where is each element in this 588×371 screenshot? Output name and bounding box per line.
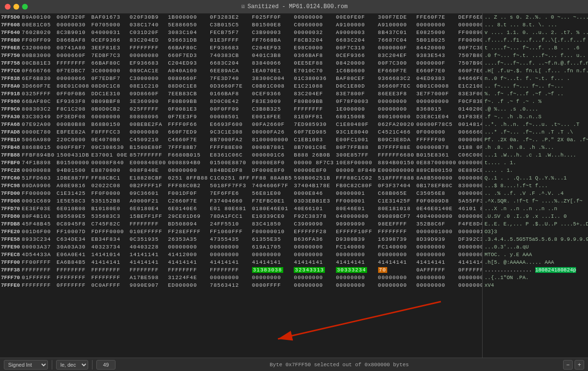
hex-cell[interactable]: 00000000 [167, 167, 209, 174]
hex-cell[interactable]: 51FFD603 [21, 174, 56, 182]
hex-cell[interactable]: 0CEF9366 [251, 90, 293, 98]
hex-cell[interactable]: 00000000 [335, 281, 377, 289]
hex-cell[interactable]: 08D0C1C8 [90, 82, 128, 90]
hex-cell[interactable]: 84420000 [415, 44, 458, 52]
hex-cell[interactable]: 07E92A00 [21, 121, 56, 128]
hex-cell[interactable]: 00008501 [209, 113, 251, 121]
hex-cell[interactable]: 00000001 [335, 190, 377, 197]
hex-cell[interactable]: EF660F7E [377, 67, 415, 75]
hex-cell[interactable]: 040000000 [335, 213, 377, 220]
hex-cell[interactable]: C0060000 [293, 21, 335, 29]
hex-cell[interactable]: 00000000 [251, 251, 293, 259]
hex-cell[interactable]: FFFFFFFF [56, 274, 90, 281]
hex-cell[interactable]: B015E8361 [415, 151, 458, 159]
hex-cell[interactable]: 40403228 [128, 243, 167, 251]
hex-cell[interactable]: DDC1E310 [90, 90, 128, 98]
hex-cell[interactable]: ED000000 [167, 281, 209, 289]
table-row[interactable]: 7FFAD80000E780EBFEE82AF8FFFCC30000008066… [0, 128, 483, 136]
hex-cell[interactable]: 9383E543 [415, 52, 458, 59]
hex-cell[interactable]: 0B09BBF8 [90, 98, 128, 105]
hex-cell[interactable]: FFFFFFFF [21, 266, 56, 274]
hex-cell[interactable]: 619A1705 [251, 243, 293, 251]
hex-cell[interactable]: 8D39D939 [415, 236, 458, 243]
hex-cell[interactable]: 00741A80 [56, 44, 90, 52]
hex-cell[interactable]: F37404660 [209, 197, 251, 205]
hex-cell[interactable]: 00000000 [457, 281, 483, 289]
hex-cell[interactable]: 0000000F [415, 59, 458, 67]
hex-cell[interactable]: C1E31425F [377, 197, 415, 205]
hex-cell[interactable]: 0000B7801 [251, 144, 293, 151]
hex-cell[interactable]: 8368015 [415, 105, 458, 113]
hex-cell[interactable]: 00000088 [21, 167, 56, 174]
table-row[interactable]: 7FF60800E81C0500000030F0705000038C17405E… [0, 21, 483, 29]
hex-cell[interactable]: 00000000 [209, 274, 251, 281]
hex-cell[interactable]: FF88CBC1 [90, 174, 128, 182]
table-row[interactable]: 7FFE588933C234C634DE34EB34F8340C35193526… [0, 236, 483, 243]
hex-cell[interactable]: FFFFFFFF [21, 281, 56, 289]
table-row[interactable]: 7FFBF074F1B898B0150000000008F840E000840E… [0, 159, 483, 167]
hex-cell[interactable]: FDFFF0000 [90, 228, 128, 236]
hex-cell[interactable]: C1EB1083 [293, 136, 335, 144]
hex-cell[interactable]: 000000B78 [415, 144, 458, 151]
hex-cell[interactable]: 00000000 [415, 281, 458, 289]
hex-cell[interactable]: C06C00000 [457, 151, 483, 159]
hex-cell[interactable]: FF28EFFFF [167, 228, 209, 236]
hex-cell[interactable]: 47355435 [209, 236, 251, 243]
hex-cell[interactable]: 3083C104 [167, 29, 209, 36]
hex-cell[interactable]: 00000000 [293, 13, 335, 21]
hex-cell[interactable]: 0F0081E3 [167, 105, 209, 113]
hex-cell[interactable]: 6E0140E6 [167, 205, 209, 213]
table-row[interactable]: 7FF6B0FF00FF09D866BAF80CEF936683C204ED93… [0, 36, 483, 44]
hex-cell[interactable]: 81E0FF81 [293, 113, 335, 121]
hex-cell[interactable]: 80E01C008 [56, 82, 90, 90]
hex-cell[interactable]: 00000000 [293, 274, 335, 281]
hex-cell[interactable]: B888 26B0B [293, 151, 335, 159]
hex-cell[interactable]: 09D8660F [128, 90, 167, 98]
hex-cell[interactable]: 00000FA26 [251, 128, 293, 136]
table-row[interactable]: 7FF6E8C320000000741A803EEF81E3FFFFFFFF66… [0, 44, 483, 52]
hex-cell[interactable]: 1DBE887FF [56, 174, 90, 182]
hex-cell[interactable]: C1C0251 8FF [209, 174, 251, 182]
hex-cell[interactable]: A0000F21 [128, 197, 167, 205]
hex-cell[interactable]: 0FF0F0B6 [56, 90, 90, 98]
hex-cell[interactable]: 94B01500 [56, 167, 90, 174]
hex-cell[interactable]: C1E31425 [56, 190, 90, 197]
hex-cell[interactable]: 0FFFFFFF [457, 266, 483, 274]
hex-cell[interactable]: EF9363F8 [56, 98, 90, 105]
hex-cell[interactable]: 00000000 [377, 98, 415, 105]
hex-cell[interactable]: 300F7EDE [377, 13, 415, 21]
hex-cell[interactable]: 7EEB83CB [167, 90, 209, 98]
hex-cell[interactable]: 535683C3 [90, 213, 128, 220]
hex-cell[interactable]: C3200000 [21, 44, 56, 52]
hex-cell[interactable]: C204EF93 [251, 44, 293, 52]
table-row[interactable]: 7FFC280000008894B01500E8870000008F840E00… [0, 167, 483, 174]
hex-cell[interactable]: 660F7ED3 [167, 52, 209, 59]
hex-cell[interactable]: EB34F834 [90, 236, 128, 243]
table-row[interactable]: 7FF9180325FFFF0FF0F0B6DDC1E31009D8660F7E… [0, 90, 483, 98]
hex-cell[interactable]: 90909090 [335, 220, 377, 228]
hex-cell[interactable]: A040A100 [167, 67, 209, 75]
hex-cell[interactable]: 00F7C310 [335, 44, 377, 52]
hex-cell[interactable]: C68B065E [377, 190, 415, 197]
hex-cell[interactable]: 00000000 [457, 174, 483, 182]
hex-cell[interactable]: B7FFFF88E [377, 144, 415, 151]
hex-cell[interactable]: 80F7FFB88 [335, 144, 377, 151]
hex-cell[interactable]: 0C8945F8 [56, 220, 90, 228]
hex-cell[interactable]: FF000000 [21, 190, 56, 197]
table-row[interactable]: 7FFDB845F48B450C8945F8C745F82CFFFFFFFFBD… [0, 220, 483, 228]
hex-cell[interactable]: EA6B84B5 [56, 259, 90, 266]
hex-cell[interactable]: 00000000 [377, 281, 415, 289]
hex-cell[interactable]: 09DA9906 [21, 182, 56, 190]
hex-cell[interactable]: 0325FFFF [21, 90, 56, 98]
hex-cell[interactable]: FECB75F7 [209, 29, 251, 36]
hex-cell[interactable]: 14141014 [90, 251, 128, 259]
hex-cell[interactable]: 3EEF81E3 [90, 44, 128, 52]
hex-cell[interactable]: 0CEF9366 [335, 52, 377, 59]
hex-cell[interactable]: F80B09BB [293, 98, 335, 105]
hex-cell[interactable]: 41414141 [457, 259, 483, 266]
hex-cell[interactable]: 00000032 [293, 29, 335, 36]
hex-cell[interactable]: 020F30B9 [128, 13, 167, 21]
hex-cell[interactable]: 0180E46E01 [251, 205, 293, 213]
hex-cell[interactable]: 61355E35 [251, 236, 293, 243]
hex-cell[interactable]: 83C204EF [293, 90, 335, 98]
